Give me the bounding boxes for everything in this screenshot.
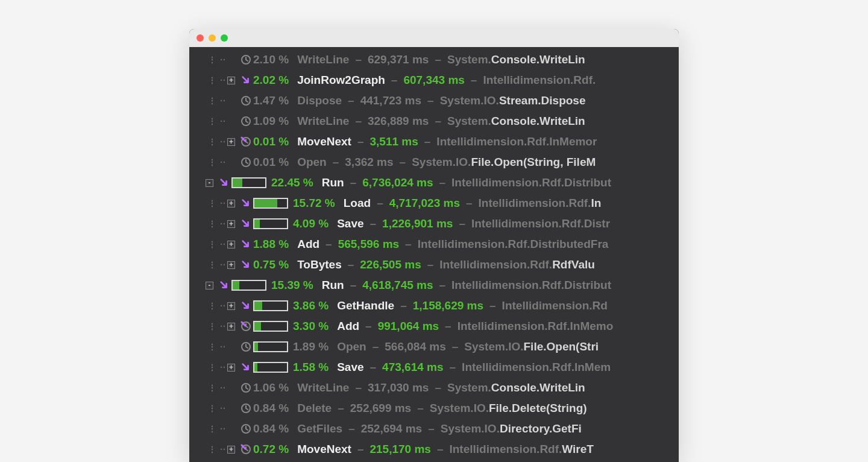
tree-gutter: ⋮ ··+ xyxy=(189,198,239,208)
separator: – xyxy=(435,53,441,66)
method-name: WriteLine xyxy=(297,115,349,128)
expand-icon[interactable]: + xyxy=(227,241,235,248)
collapse-icon[interactable]: - xyxy=(206,282,213,290)
tree-row[interactable]: ⋮ ··2.10 %WriteLine–629,371 ms–System.Co… xyxy=(189,49,679,70)
percent-value: 1.88 % xyxy=(253,238,289,251)
tree-row[interactable]: ⋮ ··0.01 %Open–3,362 ms–System.IO.File.O… xyxy=(189,152,679,172)
tree-gutter: ⋮ ··+ xyxy=(189,219,239,229)
time-value: 252,694 ms xyxy=(361,422,422,435)
namespace-path: Intellidimension.Rdf.InMemor xyxy=(436,135,597,148)
tree-row[interactable]: ⋮ ··+1.58 %Save–473,614 ms–Intellidimens… xyxy=(189,357,679,378)
separator: – xyxy=(489,299,496,312)
clock-icon xyxy=(239,403,253,414)
expand-icon[interactable]: + xyxy=(227,220,235,228)
separator: – xyxy=(357,443,364,456)
call-tree[interactable]: ⋮ ··2.10 %WriteLine–629,371 ms–System.Co… xyxy=(189,47,679,462)
tree-row[interactable]: -15.39 %Run–4,618,745 ms–Intellidimensio… xyxy=(189,275,679,296)
method-name: Dispose xyxy=(297,94,342,107)
separator: – xyxy=(427,258,434,271)
time-bar xyxy=(253,321,288,332)
expand-icon[interactable]: + xyxy=(227,77,235,84)
namespace-path: Intellidimension.Rdf.RdfValu xyxy=(439,258,595,271)
separator: – xyxy=(377,197,383,210)
method-name: MoveNext xyxy=(297,135,351,148)
close-icon[interactable] xyxy=(197,34,204,42)
tree-row[interactable]: ⋮ ··+2.02 %JoinRow2Graph–607,343 ms–Inte… xyxy=(189,70,679,90)
separator: – xyxy=(450,361,456,374)
titlebar xyxy=(189,29,679,47)
time-value: 1,226,901 ms xyxy=(382,217,453,230)
namespace-path: Intellidimension.Rdf.Distribut xyxy=(451,279,611,292)
method-name: Load xyxy=(344,197,371,210)
tree-gutter: - xyxy=(189,179,217,187)
clock-icon xyxy=(239,423,253,434)
percent-value: 0.84 % xyxy=(253,402,289,415)
method-name: Run xyxy=(322,176,344,189)
minimize-icon[interactable] xyxy=(209,34,216,42)
tree-row[interactable]: ⋮ ··+3.30 %Add–991,064 ms–Intellidimensi… xyxy=(189,316,679,337)
tree-lines: ⋮ ·· xyxy=(208,445,226,454)
separator: – xyxy=(350,176,357,189)
tree-row[interactable]: ⋮ ··1.47 %Dispose–441,723 ms–System.IO.S… xyxy=(189,90,679,111)
clock-call-icon xyxy=(239,444,253,455)
tree-gutter: ⋮ ·· xyxy=(189,383,239,393)
tree-row[interactable]: ⋮ ··1.89 %Open–566,084 ms–System.IO.File… xyxy=(189,337,679,357)
percent-value: 0.01 % xyxy=(253,156,289,169)
expand-icon[interactable]: + xyxy=(227,138,235,146)
separator: – xyxy=(326,238,332,251)
separator: – xyxy=(357,135,364,148)
namespace-path: Intellidimension.Rdf.Distr xyxy=(471,217,610,230)
clock-icon xyxy=(239,54,253,65)
separator: – xyxy=(459,217,465,230)
tree-row[interactable]: ⋮ ··+3.86 %GetHandle–1,158,629 ms–Intell… xyxy=(189,296,679,316)
separator: – xyxy=(350,279,357,292)
tree-row[interactable]: ⋮ ··+15.72 %Load–4,717,023 ms–Intellidim… xyxy=(189,193,679,214)
tree-row[interactable]: ⋮ ··+0.72 %MoveNext–215,170 ms–Intellidi… xyxy=(189,439,679,460)
time-value: 4,717,023 ms xyxy=(389,197,460,210)
method-name: Save xyxy=(337,361,363,374)
tree-gutter: ⋮ ··+ xyxy=(189,301,239,311)
call-arrow-icon xyxy=(239,198,253,208)
tree-row[interactable]: ⋮ ··0.84 %GetFiles–252,694 ms–System.IO.… xyxy=(189,419,679,439)
tree-lines: ⋮ ·· xyxy=(208,362,226,372)
namespace-path: System.Console.WriteLin xyxy=(447,115,585,128)
zoom-icon[interactable] xyxy=(221,34,228,42)
expand-icon[interactable]: + xyxy=(227,323,235,331)
tree-row[interactable]: ⋮ ··+4.09 %Save–1,226,901 ms–Intellidime… xyxy=(189,214,679,234)
time-value: 1,158,629 ms xyxy=(413,299,483,312)
expand-icon[interactable]: + xyxy=(227,261,235,269)
percent-value: 1.06 % xyxy=(253,381,289,394)
tree-row[interactable]: ⋮ ··+1.88 %Add–565,596 ms–Intellidimensi… xyxy=(189,234,679,255)
namespace-path: Intellidimension.Rdf. xyxy=(483,74,596,87)
namespace-path: Intellidimension.Rdf.InMem xyxy=(462,361,611,374)
namespace-path: System.Console.WriteLin xyxy=(447,381,585,394)
tree-row[interactable]: ⋮ ··1.06 %WriteLine–317,030 ms–System.Co… xyxy=(189,378,679,398)
namespace-path: System.IO.Stream.Dispose xyxy=(440,94,586,107)
tree-gutter: ⋮ ·· xyxy=(189,55,239,65)
time-value: 6,736,024 ms xyxy=(362,176,433,189)
tree-lines: ⋮ ·· xyxy=(208,137,226,147)
expand-icon[interactable]: + xyxy=(227,200,235,207)
time-value: 326,889 ms xyxy=(368,115,429,128)
percent-value: 22.45 % xyxy=(271,176,313,189)
tree-row[interactable]: ⋮ ··1.09 %WriteLine–326,889 ms–System.Co… xyxy=(189,111,679,131)
collapse-icon[interactable]: - xyxy=(206,179,213,187)
time-value: 565,596 ms xyxy=(338,238,399,251)
expand-icon[interactable]: + xyxy=(227,446,235,454)
tree-row[interactable]: ⋮ ··0.84 %Delete–252,699 ms–System.IO.Fi… xyxy=(189,398,679,419)
percent-value: 3.30 % xyxy=(293,320,329,333)
expand-icon[interactable]: + xyxy=(227,364,235,372)
tree-row[interactable]: ⋮ ··+0.01 %MoveNext–3,511 ms–Intellidime… xyxy=(189,131,679,152)
namespace-path: System.IO.File.Open(Stri xyxy=(464,340,599,353)
tree-gutter: ⋮ ·· xyxy=(189,96,239,106)
percent-value: 1.58 % xyxy=(293,361,329,374)
tree-lines: ⋮ ·· xyxy=(208,342,226,352)
expand-icon[interactable]: + xyxy=(227,302,235,310)
tree-row[interactable]: -22.45 %Run–6,736,024 ms–Intellidimensio… xyxy=(189,172,679,193)
namespace-path: System.IO.Directory.GetFi xyxy=(441,422,582,435)
percent-value: 0.75 % xyxy=(253,258,289,271)
percent-value: 1.09 % xyxy=(253,115,289,128)
tree-gutter: ⋮ ·· xyxy=(189,116,239,126)
tree-row[interactable]: ⋮ ··+0.75 %ToBytes–226,505 ms–Intellidim… xyxy=(189,255,679,275)
tree-lines: ⋮ ·· xyxy=(208,96,226,106)
